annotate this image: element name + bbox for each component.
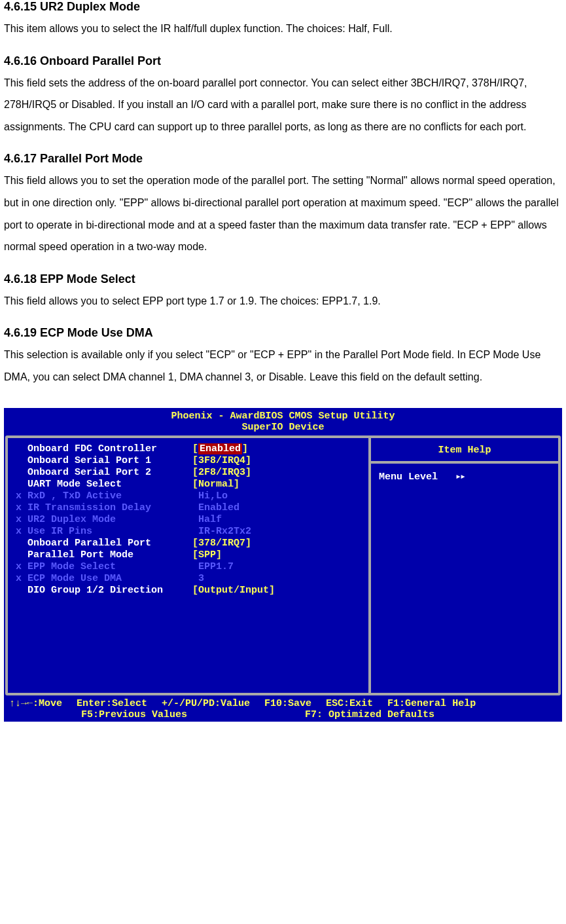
bios-setting-rxd-txd: xRxD , TxD Active Hi,Lo bbox=[16, 490, 361, 502]
section-heading-4-6-19: 4.6.19 ECP Mode Use DMA bbox=[4, 326, 562, 340]
bios-footer: ↑↓→←:Move Enter:Select +/-/PU/PD:Value F… bbox=[4, 695, 562, 722]
section-body-4-6-18: This field allows you to select EPP port… bbox=[4, 290, 562, 312]
bios-setting-serial-port-1[interactable]: Onboard Serial Port 1 [3F8/IRQ4] bbox=[16, 455, 361, 467]
bios-footer-value: +/-/PU/PD:Value bbox=[162, 698, 250, 709]
bios-footer-exit: ESC:Exit bbox=[326, 698, 373, 709]
section-body-4-6-15: This item allows you to select the IR ha… bbox=[4, 18, 562, 40]
bios-setting-dio-group[interactable]: DIO Group 1/2 Direction [Output/Input] bbox=[16, 585, 361, 597]
bios-settings-panel: Onboard FDC Controller [Enabled] Onboard… bbox=[8, 438, 371, 693]
bios-setting-parallel-port[interactable]: Onboard Parallel Port [378/IRQ7] bbox=[16, 538, 361, 549]
bios-setting-parallel-port-mode[interactable]: Parallel Port Mode [SPP] bbox=[16, 549, 361, 561]
bios-help-panel: Item Help Menu Level ▸▸ bbox=[371, 438, 558, 693]
section-heading-4-6-15: 4.6.15 UR2 Duplex Mode bbox=[4, 0, 562, 14]
bios-footer-select: Enter:Select bbox=[77, 698, 147, 709]
bios-screenshot: Phoenix - AwardBIOS CMOS Setup Utility S… bbox=[4, 408, 562, 722]
bios-footer-prev: F5:Previous Values bbox=[81, 709, 187, 720]
section-body-4-6-17: This field allows you to set the operati… bbox=[4, 170, 562, 257]
bios-menu-level-arrows: ▸▸ bbox=[455, 471, 465, 483]
section-heading-4-6-18: 4.6.18 EPP Mode Select bbox=[4, 272, 562, 286]
bios-setting-onboard-fdc[interactable]: Onboard FDC Controller [Enabled] bbox=[16, 443, 361, 455]
bios-setting-ir-transmission-delay: xIR Transmission Delay Enabled bbox=[16, 502, 361, 514]
bios-help-body: Menu Level ▸▸ bbox=[371, 464, 558, 693]
bios-setting-uart-mode[interactable]: UART Mode Select [Normal] bbox=[16, 479, 361, 490]
bios-footer-move: ↑↓→←:Move bbox=[9, 698, 62, 709]
bios-menu-level-label: Menu Level bbox=[379, 471, 438, 483]
bios-title: Phoenix - AwardBIOS CMOS Setup Utility bbox=[4, 408, 562, 422]
bios-footer-save: F10:Save bbox=[264, 698, 311, 709]
bios-footer-opt: F7: Optimized Defaults bbox=[305, 709, 434, 720]
document-body: 4.6.15 UR2 Duplex Mode This item allows … bbox=[0, 0, 566, 388]
section-body-4-6-19: This selection is available only if you … bbox=[4, 344, 562, 388]
bios-setting-ur2-duplex: xUR2 Duplex Mode Half bbox=[16, 514, 361, 526]
bios-setting-serial-port-2[interactable]: Onboard Serial Port 2 [2F8/IRQ3] bbox=[16, 467, 361, 479]
bios-main-panel: Onboard FDC Controller [Enabled] Onboard… bbox=[5, 435, 561, 695]
bios-setting-epp-mode: xEPP Mode Select EPP1.7 bbox=[16, 561, 361, 573]
section-heading-4-6-16: 4.6.16 Onboard Parallel Port bbox=[4, 54, 562, 68]
bios-subtitle: SuperIO Device bbox=[4, 422, 562, 435]
section-heading-4-6-17: 4.6.17 Parallel Port Mode bbox=[4, 152, 562, 166]
bios-help-header: Item Help bbox=[371, 438, 558, 464]
section-body-4-6-16: This field sets the address of the on-bo… bbox=[4, 72, 562, 138]
bios-setting-use-ir-pins: xUse IR Pins IR-Rx2Tx2 bbox=[16, 526, 361, 538]
bios-footer-help: F1:General Help bbox=[387, 698, 476, 709]
bios-setting-ecp-dma: xECP Mode Use DMA 3 bbox=[16, 573, 361, 585]
